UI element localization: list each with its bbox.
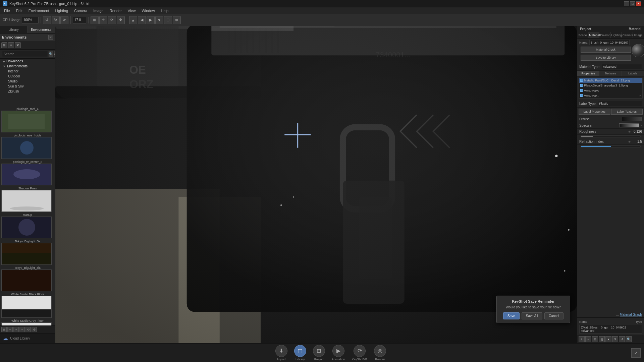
label-type-input[interactable] xyxy=(598,101,642,106)
menu-edit[interactable]: Edit xyxy=(13,8,25,13)
bottom-keyshot-vr[interactable]: ⟳ KeyShotVR xyxy=(352,345,368,361)
left-icon-1[interactable]: ⊞ xyxy=(1,42,7,48)
tree-interior[interactable]: Interior xyxy=(0,69,55,74)
diffuse-swatch[interactable] xyxy=(622,117,642,121)
bottom-import[interactable]: ⬇ Import xyxy=(275,345,287,361)
thumb-tv-center[interactable]: pixologic_tv_center_2 xyxy=(1,160,54,185)
bottom-animation[interactable]: ▶ Animation xyxy=(332,345,345,361)
menu-window[interactable]: Window xyxy=(139,8,157,13)
toolbar-btn-c[interactable]: ▶ xyxy=(147,16,155,24)
label-item-3[interactable]: ✓ Anisotropic xyxy=(579,88,642,93)
menu-view[interactable]: View xyxy=(125,8,139,13)
tab-camera[interactable]: Camera xyxy=(622,32,633,38)
left-icon-3[interactable]: ❤ xyxy=(15,42,21,48)
thumb-pixologic-roof[interactable]: pixologic_roof_4 xyxy=(1,107,54,132)
rp-tb-search[interactable]: 🔍 xyxy=(626,336,632,342)
toolbar-btn-2[interactable]: ↻ xyxy=(52,16,60,24)
left-bottom-btn-3[interactable]: + xyxy=(13,327,19,332)
thumb-pixologic-froide[interactable]: pixologic_eve_froide xyxy=(1,134,54,159)
maximize-button[interactable]: □ xyxy=(630,1,635,6)
toolbar-btn-3[interactable]: ⟳ xyxy=(60,16,68,24)
save-to-library-button[interactable]: Save to Library xyxy=(581,55,631,61)
mat-tab-labels[interactable]: Labels xyxy=(622,71,644,76)
rp-tb-up[interactable]: ▲ xyxy=(605,336,611,342)
window-controls[interactable]: — □ ✕ xyxy=(624,1,641,6)
toolbar-btn-a[interactable]: ▲ xyxy=(129,16,137,24)
left-icon-2[interactable]: ≡ xyxy=(8,42,14,48)
rp-tb-remove[interactable]: − xyxy=(585,336,591,342)
specular-swatch[interactable] xyxy=(619,123,639,127)
material-name-input[interactable] xyxy=(589,40,630,45)
thumb-tokyo-3k[interactable]: Tokyo_BigLight_3k xyxy=(1,240,54,265)
label-item-2[interactable]: ✓ PlasticDecalSharpedge3_1.5png xyxy=(579,83,642,88)
material-crack-button[interactable]: Material Crack xyxy=(581,47,631,53)
left-bottom-btn-2[interactable]: ≡ xyxy=(7,327,13,332)
thumb-tokyo-3l6[interactable]: Tokyo_BigLight_3l6 xyxy=(1,266,54,291)
rp-tb-dup[interactable]: ⊞ xyxy=(592,336,598,342)
toolbar-btn-e[interactable]: ⊡ xyxy=(164,16,172,24)
left-bottom-btn-6[interactable]: ⚙ xyxy=(32,327,37,332)
left-bottom-btn-5[interactable]: ⟲ xyxy=(25,327,31,332)
tab-image[interactable]: Image xyxy=(633,32,644,38)
menu-environment[interactable]: Environment xyxy=(26,8,52,13)
tree-outdoor[interactable]: Outdoor xyxy=(0,74,55,79)
thumb-startup[interactable]: startup xyxy=(1,213,54,238)
left-bottom-btn-1[interactable]: ⊞ xyxy=(1,327,7,332)
menu-help[interactable]: Help xyxy=(158,8,171,13)
menu-file[interactable]: File xyxy=(1,8,13,13)
refraction-slider[interactable] xyxy=(581,145,641,147)
tab-lighting[interactable]: Lighting xyxy=(611,32,622,38)
toolbar-btn-d[interactable]: ▼ xyxy=(155,16,163,24)
toolbar-rotate-btn[interactable]: ⟳ xyxy=(108,16,116,24)
left-bottom-btn-4[interactable]: − xyxy=(19,327,25,332)
bottom-library[interactable]: ◫ Library xyxy=(294,345,306,361)
bottom-render[interactable]: ◎ Render xyxy=(374,345,386,361)
toolbar-nav-btn[interactable]: ✛ xyxy=(99,16,107,24)
tab-library[interactable]: Library xyxy=(0,26,28,33)
tree-environments[interactable]: ▼ Environments xyxy=(0,64,55,69)
tab-environ[interactable]: Environ.. xyxy=(599,32,610,38)
tab-material[interactable]: Material xyxy=(588,32,599,38)
thumb-shadow-pass[interactable]: Shadow Pass xyxy=(1,187,54,212)
toolbar-mode-btn[interactable]: ⊞ xyxy=(91,16,99,24)
tree-zbrush[interactable]: ZBrush xyxy=(0,89,55,94)
fullscreen-button[interactable]: ⤢ xyxy=(631,348,641,358)
tab-environments[interactable]: Environments xyxy=(28,26,55,33)
tree-studio[interactable]: Studio xyxy=(0,79,55,84)
menu-camera[interactable]: Camera xyxy=(71,8,90,13)
cpu-input[interactable] xyxy=(22,17,39,23)
mat-tab-properties[interactable]: Properties xyxy=(577,71,599,76)
save-button[interactable]: Save xyxy=(503,312,520,319)
label-properties-button[interactable]: Label Properties xyxy=(579,109,610,115)
toolbar-pan-btn[interactable]: ✥ xyxy=(117,16,125,24)
roughness-slider[interactable] xyxy=(581,135,641,137)
minimize-button[interactable]: — xyxy=(624,1,629,6)
rp-tb-reset[interactable]: ↺ xyxy=(619,336,625,342)
rp-tb-down[interactable]: ▼ xyxy=(612,336,618,342)
mat-tab-textures[interactable]: Textures xyxy=(599,71,622,76)
search-icon[interactable]: 🔍 xyxy=(49,51,53,57)
label-item-4[interactable]: ✓ Anisotrop... ▸ xyxy=(579,93,642,98)
zoom-input[interactable] xyxy=(73,17,86,23)
label-item-1[interactable]: ✓ Metallic Paint/SoCr_Decal_23.png xyxy=(579,78,642,83)
toolbar-btn-f[interactable]: ⊕ xyxy=(173,16,181,24)
tree-downloads[interactable]: ▶ Downloads xyxy=(0,59,55,64)
menu-lighting[interactable]: Lighting xyxy=(52,8,71,13)
menu-image[interactable]: Image xyxy=(91,8,106,13)
toolbar-btn-b[interactable]: ◀ xyxy=(138,16,146,24)
label-textures-button[interactable]: Label Textures xyxy=(611,109,643,115)
tree-sun-sky[interactable]: Sun & Sky xyxy=(0,84,55,89)
viewport[interactable]: OE ORZ 7340001... xyxy=(55,26,577,343)
close-button[interactable]: ✕ xyxy=(636,1,641,6)
rp-tb-link[interactable]: ⛓ xyxy=(599,336,605,342)
menu-render[interactable]: Render xyxy=(107,8,124,13)
cancel-button[interactable]: Cancel xyxy=(544,312,564,319)
material-graph-button[interactable]: Material Graph xyxy=(620,313,642,316)
save-all-button[interactable]: Save All xyxy=(522,312,542,319)
bottom-project[interactable]: ⊞ Project xyxy=(313,345,325,361)
material-type-input[interactable] xyxy=(602,64,642,69)
env-close-btn[interactable]: ✕ xyxy=(48,35,53,40)
toolbar-btn-1[interactable]: ↺ xyxy=(43,16,51,24)
search-input[interactable] xyxy=(2,51,48,57)
rp-tb-add[interactable]: + xyxy=(579,336,585,342)
